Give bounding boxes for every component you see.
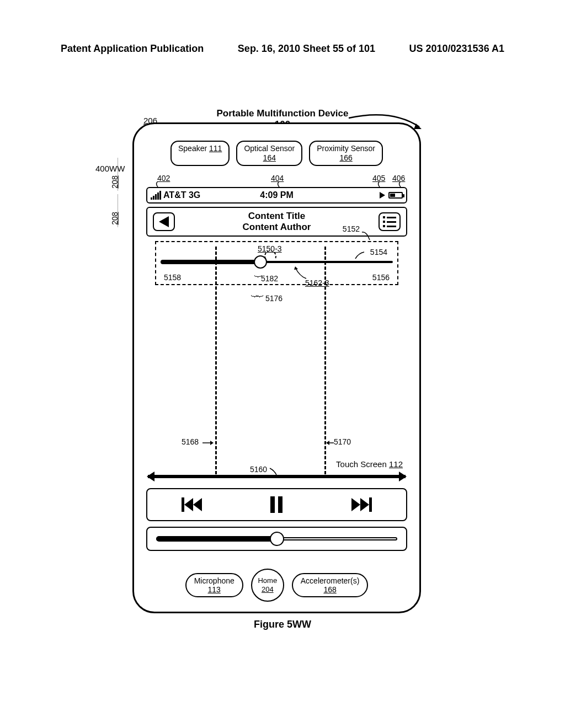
speaker-box: Speaker 111 bbox=[170, 141, 230, 166]
figure-caption: Figure 5WW bbox=[0, 619, 565, 630]
ref-5170: 5170 bbox=[334, 437, 351, 446]
ref-400ww: 400WW bbox=[95, 164, 125, 173]
lead-5152 bbox=[361, 230, 372, 242]
ref-208b: 208 bbox=[110, 212, 119, 224]
proximity-label: Proximity Sensor bbox=[317, 144, 375, 153]
home-num: 204 bbox=[262, 585, 274, 594]
device-title: Portable Multifunction Device bbox=[0, 108, 565, 119]
next-button[interactable] bbox=[351, 497, 372, 512]
sensor-row: Speaker 111 Optical Sensor 164 Proximity… bbox=[134, 141, 419, 166]
lead-5150-3 bbox=[262, 251, 279, 261]
lead-5168 bbox=[201, 440, 215, 446]
touchscreen-num: 112 bbox=[389, 459, 403, 469]
ref-5154: 5154 bbox=[370, 248, 387, 256]
optical-label: Optical Sensor bbox=[244, 144, 295, 153]
proximity-box: Proximity Sensor 166 bbox=[309, 141, 383, 166]
horizontal-arrow bbox=[148, 475, 406, 478]
header-right: US 2010/0231536 A1 bbox=[409, 43, 504, 55]
next-bar-icon bbox=[369, 497, 372, 512]
speaker-label: Speaker bbox=[178, 144, 207, 153]
list-button[interactable] bbox=[379, 212, 401, 231]
ref-5176: 5176 bbox=[265, 294, 282, 303]
ref-5160: 5160 bbox=[250, 465, 267, 474]
header-left: Patent Application Publication bbox=[61, 43, 204, 55]
ref-208a: 208 bbox=[110, 175, 119, 188]
ref-5156: 5156 bbox=[372, 273, 390, 282]
prev-tri1-icon bbox=[184, 498, 193, 511]
accel-num: 168 bbox=[301, 585, 360, 594]
volume-slider[interactable] bbox=[156, 536, 397, 542]
volume-box bbox=[146, 527, 407, 551]
prev-tri2-icon bbox=[193, 498, 202, 511]
back-button[interactable] bbox=[153, 212, 175, 231]
header-center: Sep. 16, 2010 Sheet 55 of 101 bbox=[238, 43, 375, 55]
ref-5152: 5152 bbox=[343, 224, 360, 233]
track-filled bbox=[161, 260, 260, 264]
touchscreen-label: Touch Screen 112 bbox=[336, 459, 403, 469]
ref-5168: 5168 bbox=[182, 437, 199, 446]
optical-num: 164 bbox=[244, 153, 295, 163]
volume-track-fill bbox=[156, 536, 277, 542]
bottom-sensors: Microphone 113 Home 204 Accelerometer(s)… bbox=[134, 569, 419, 602]
pause-bar2-icon bbox=[278, 496, 282, 513]
lead-5154 bbox=[354, 250, 366, 260]
proximity-num: 166 bbox=[317, 153, 375, 163]
accelerometer-box: Accelerometer(s) 168 bbox=[292, 573, 369, 597]
lead-5162-3 bbox=[293, 266, 310, 281]
page-header: Patent Application Publication Sep. 16, … bbox=[61, 43, 504, 55]
mic-label: Microphone bbox=[194, 576, 234, 585]
playback-controls bbox=[146, 488, 407, 521]
prev-button[interactable] bbox=[182, 497, 202, 512]
pause-button[interactable] bbox=[270, 496, 282, 513]
home-button[interactable]: Home 204 bbox=[251, 569, 284, 602]
speaker-num: 111 bbox=[209, 144, 222, 153]
mic-num: 113 bbox=[194, 585, 234, 594]
next-tri1-icon bbox=[351, 498, 360, 511]
touchscreen-text: Touch Screen bbox=[336, 459, 387, 469]
device-frame: Speaker 111 Optical Sensor 164 Proximity… bbox=[132, 122, 421, 613]
microphone-box: Microphone 113 bbox=[185, 573, 243, 597]
volume-thumb[interactable] bbox=[270, 532, 284, 546]
status-time: 4:09 PM bbox=[147, 190, 406, 200]
optical-box: Optical Sensor 164 bbox=[236, 141, 302, 166]
dashed-line-5168 bbox=[215, 247, 217, 474]
ref-5158: 5158 bbox=[164, 273, 181, 282]
list-icon bbox=[383, 216, 396, 227]
accel-label: Accelerometer(s) bbox=[301, 576, 360, 585]
ref-5182: 5182 bbox=[261, 274, 278, 283]
back-arrow-icon bbox=[159, 216, 169, 227]
brace-5182: ⏟ bbox=[254, 264, 262, 279]
brace-5176: ⏟⏟ bbox=[251, 284, 261, 298]
home-label: Home bbox=[258, 576, 277, 585]
lead-5170 bbox=[326, 440, 335, 446]
battery-icon bbox=[388, 192, 403, 199]
status-bar: AT&T 3G 4:09 PM bbox=[146, 187, 407, 204]
pause-bar1-icon bbox=[270, 496, 275, 513]
next-tri2-icon bbox=[360, 498, 369, 511]
content-title: Content Title bbox=[175, 211, 379, 222]
